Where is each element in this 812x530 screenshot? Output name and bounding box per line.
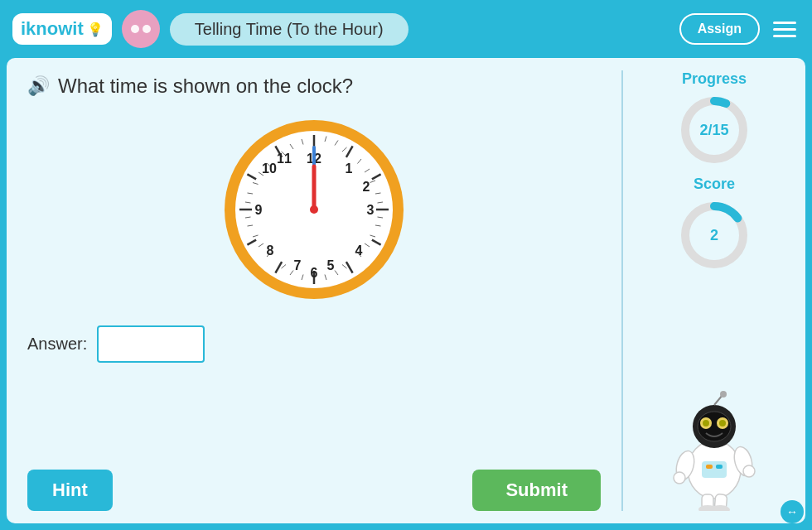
clock-container: 12 1 3 4 5 6 7 8 9 10 11 2: [27, 118, 601, 301]
navigate-button[interactable]: ↔: [781, 500, 804, 523]
question-text: What time is shown on the clock?: [58, 75, 353, 98]
activity-badge: [122, 10, 160, 48]
svg-point-80: [674, 472, 685, 484]
progress-value: 2/15: [699, 122, 728, 139]
main-content: 🔊 What time is shown on the clock?: [7, 58, 805, 523]
svg-point-74: [703, 420, 709, 426]
assign-button[interactable]: Assign: [679, 13, 760, 45]
svg-text:11: 11: [277, 152, 292, 166]
svg-point-60: [310, 205, 318, 214]
svg-point-75: [719, 420, 726, 426]
progress-donut: 2/15: [677, 93, 752, 167]
hint-button[interactable]: Hint: [27, 470, 113, 511]
svg-text:4: 4: [355, 243, 363, 258]
svg-text:7: 7: [294, 258, 302, 272]
submit-button[interactable]: Submit: [472, 470, 601, 511]
right-panel: Progress 2/15 Score 2: [623, 58, 805, 523]
bottom-buttons: Hint Submit: [27, 470, 601, 511]
svg-point-77: [720, 391, 727, 398]
sound-icon[interactable]: 🔊: [27, 75, 50, 97]
svg-point-81: [743, 465, 755, 477]
progress-label: Progress: [682, 70, 747, 88]
hamburger-icon: [773, 35, 796, 37]
score-label: Score: [694, 176, 735, 193]
svg-rect-67: [706, 465, 713, 469]
progress-block: Progress 2/15: [677, 70, 752, 167]
svg-text:1: 1: [346, 161, 353, 176]
hamburger-icon: [773, 22, 796, 24]
svg-text:3: 3: [367, 203, 375, 217]
app-header: iknowit 💡 Telling Time (To the Hour) Ass…: [0, 0, 812, 58]
clock: 12 1 3 4 5 6 7 8 9 10 11 2: [223, 118, 405, 301]
dot-icon: [131, 25, 139, 33]
dot-icon: [143, 25, 151, 33]
question-area: 🔊 What time is shown on the clock?: [27, 75, 601, 98]
activity-title: Telling Time (To the Hour): [170, 13, 408, 46]
hamburger-icon: [773, 28, 796, 31]
logo-text: iknowit: [21, 18, 84, 40]
robot-container: [660, 281, 768, 511]
answer-input[interactable]: [97, 325, 205, 363]
score-donut: 2: [677, 198, 752, 272]
svg-rect-68: [716, 465, 723, 469]
svg-text:2: 2: [363, 180, 370, 194]
svg-text:5: 5: [327, 258, 335, 272]
answer-label: Answer:: [27, 335, 87, 354]
answer-area: Answer:: [27, 325, 601, 363]
svg-text:6: 6: [311, 266, 318, 280]
bulb-icon: 💡: [87, 22, 104, 37]
svg-text:8: 8: [267, 243, 274, 258]
left-panel: 🔊 What time is shown on the clock?: [7, 58, 621, 523]
robot-mascot: [660, 378, 768, 511]
svg-text:10: 10: [262, 161, 277, 176]
svg-text:9: 9: [255, 203, 263, 217]
svg-rect-66: [702, 461, 727, 478]
logo: iknowit 💡: [12, 13, 112, 45]
score-value: 2: [710, 227, 718, 244]
score-block: Score 2: [677, 176, 752, 272]
menu-button[interactable]: [770, 18, 800, 41]
